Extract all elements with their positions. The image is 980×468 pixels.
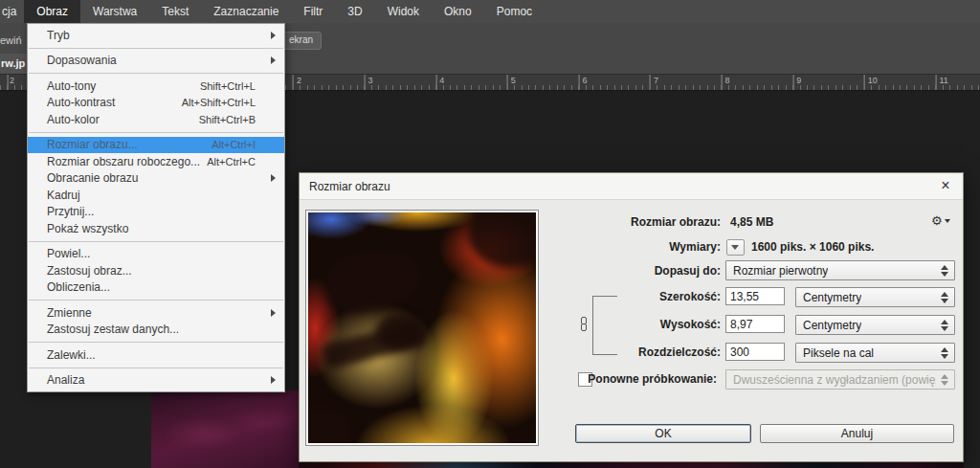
menu-item-shortcut: Shift+Ctrl+B <box>199 114 256 125</box>
fit-screen-button[interactable]: ekran <box>280 32 322 50</box>
menu-item-obliczenia[interactable]: Obliczenia... <box>28 279 284 297</box>
fit-to-select[interactable]: Rozmiar pierwotny <box>725 260 955 280</box>
menubar-item-warstwa[interactable]: Warstwa <box>80 0 149 23</box>
preview-silhouette-plant <box>323 243 426 316</box>
menu-separator <box>29 368 283 368</box>
menubar-item-tekst[interactable]: Tekst <box>149 0 201 23</box>
resolution-unit-select[interactable]: Piksele na cal <box>795 343 955 363</box>
menu-separator <box>29 300 283 301</box>
menubar-item-zaznaczanie[interactable]: Zaznaczanie <box>201 0 291 23</box>
height-input[interactable] <box>725 315 785 333</box>
menu-item-obracanie-obrazu[interactable]: Obracanie obrazu <box>28 170 284 188</box>
ruler-number: 11 <box>939 76 947 85</box>
ruler-number: 4 <box>439 76 444 85</box>
menu-item-label: Tryb <box>47 29 256 42</box>
menubar-item-3d[interactable]: 3D <box>335 0 374 23</box>
menu-item-label: Zmienne <box>47 306 256 320</box>
menu-item-kadruj[interactable]: Kadruj <box>28 187 284 204</box>
document-image-bottom-fragment <box>299 462 964 468</box>
submenu-arrow-icon <box>271 376 276 384</box>
width-unit-value: Centymetry <box>803 291 861 304</box>
menu-item-label: Powiel... <box>47 247 256 260</box>
menu-item-rozmiar-obrazu[interactable]: Rozmiar obrazu...Alt+Ctrl+I <box>28 137 284 154</box>
menu-item-label: Obliczenia... <box>47 280 256 294</box>
menu-item-label: Rozmiar obszaru roboczego... <box>47 155 207 168</box>
menubar-item-pomoc[interactable]: Pomoc <box>484 0 545 23</box>
dimensions-dropdown-button[interactable] <box>726 239 745 256</box>
height-unit-select[interactable]: Centymetry <box>795 315 955 335</box>
menu-item-analiza[interactable]: Analiza <box>28 372 284 390</box>
menu-item-label: Analiza <box>47 373 256 387</box>
menu-item-label: Dopasowania <box>47 54 256 67</box>
menu-item-powiel[interactable]: Powiel... <box>28 246 284 263</box>
menubar-item-obraz[interactable]: Obraz <box>24 0 80 23</box>
ruler-number: 3 <box>368 76 373 85</box>
close-icon[interactable]: × <box>936 176 955 195</box>
menu-item-auto-kolor[interactable]: Auto-kolorShift+Ctrl+B <box>28 111 284 128</box>
dialog-title-bar[interactable]: Rozmiar obrazu × <box>300 173 963 200</box>
menubar-item-cja[interactable]: cja <box>0 0 24 23</box>
menu-item-zastosuj-zestaw-danych[interactable]: Zastosuj zestaw danych... <box>28 322 284 339</box>
menu-item-label: Kadruj <box>47 189 256 202</box>
menu-item-label: Rozmiar obrazu... <box>47 138 212 151</box>
ruler-number: 7 <box>654 76 658 85</box>
width-unit-select[interactable]: Centymetry <box>795 287 955 307</box>
menu-item-label: Zalewki... <box>47 348 256 362</box>
menu-bar: cjaObrazWarstwaTekstZaznaczanieFiltr3DWi… <box>0 0 980 23</box>
gear-icon[interactable]: ⚙ <box>931 213 950 228</box>
resolution-unit-value: Piksele na cal <box>803 346 874 360</box>
menu-item-label: Obracanie obrazu <box>47 171 256 185</box>
updown-arrows-icon <box>941 346 948 360</box>
width-input[interactable] <box>725 287 785 305</box>
dialog-title: Rozmiar obrazu <box>309 180 390 193</box>
document-image-fragment <box>151 390 299 468</box>
menu-separator <box>29 342 283 343</box>
menu-item-shortcut: Alt+Shift+Ctrl+L <box>182 97 256 108</box>
image-preview-frame[interactable] <box>305 210 539 446</box>
resample-value: Dwusześcienna z wygładzaniem (powięk... <box>733 373 936 387</box>
menubar-item-filtr[interactable]: Filtr <box>291 0 335 23</box>
scroll-option-fragment[interactable]: ewiń <box>0 34 22 46</box>
size-value: 4,85 MB <box>730 215 773 229</box>
menu-item-dopasowania[interactable]: Dopasowania <box>28 53 284 70</box>
menu-item-label: Zastosuj obraz... <box>47 264 256 278</box>
menubar-item-okno[interactable]: Okno <box>432 0 484 23</box>
updown-arrows-icon <box>941 291 948 304</box>
updown-arrows-icon <box>941 373 948 387</box>
menu-item-label: Auto-kolor <box>47 113 199 126</box>
size-label: Rozmiar obrazu: <box>529 215 721 229</box>
menu-item-auto-tony[interactable]: Auto-tonyShift+Ctrl+L <box>28 78 284 95</box>
menu-item-pokaż-wszystko[interactable]: Pokaż wszystko <box>28 220 284 237</box>
resample-label: Ponowne próbkowanie: <box>525 372 717 386</box>
resolution-label: Rozdzielczość: <box>529 345 721 359</box>
menu-item-shortcut: Alt+Ctrl+C <box>207 156 256 167</box>
ok-button[interactable]: OK <box>575 424 751 443</box>
menu-item-shortcut: Shift+Ctrl+L <box>200 80 256 92</box>
preview-dark-corner-bottom <box>308 404 354 443</box>
document-tab[interactable]: rw.jp <box>0 54 29 74</box>
menubar-item-widok[interactable]: Widok <box>375 0 432 23</box>
menu-item-shortcut: Alt+Ctrl+I <box>212 139 256 150</box>
updown-arrows-icon <box>941 264 948 278</box>
menu-item-auto-kontrast[interactable]: Auto-kontrastAlt+Shift+Ctrl+L <box>28 95 284 112</box>
cancel-button[interactable]: Anuluj <box>760 424 954 443</box>
ruler-number: 6 <box>582 76 587 85</box>
menu-separator <box>29 48 283 49</box>
resolution-input[interactable] <box>725 343 785 361</box>
updown-arrows-icon <box>941 319 948 332</box>
menu-item-label: Przytnij... <box>47 205 256 218</box>
dimensions-label: Wymiary: <box>529 240 721 254</box>
menu-item-label: Auto-kontrast <box>47 96 182 109</box>
ruler-number: 10 <box>868 76 878 85</box>
menu-item-rozmiar-obszaru-roboczego[interactable]: Rozmiar obszaru roboczego...Alt+Ctrl+C <box>28 153 284 170</box>
fit-to-value: Rozmiar pierwotny <box>733 264 828 278</box>
height-label: Wysokość: <box>529 318 721 331</box>
image-size-dialog: Rozmiar obrazu × Rozmiar obrazu: 4,85 MB… <box>299 172 964 462</box>
menu-item-label: Auto-tony <box>47 79 200 93</box>
menu-item-zmienne[interactable]: Zmienne <box>28 304 284 322</box>
submenu-arrow-icon <box>271 174 276 182</box>
menu-item-tryb[interactable]: Tryb <box>28 27 284 44</box>
menu-item-zalewki[interactable]: Zalewki... <box>28 346 284 364</box>
menu-item-przytnij[interactable]: Przytnij... <box>28 204 284 221</box>
menu-item-zastosuj-obraz[interactable]: Zastosuj obraz... <box>28 262 284 279</box>
